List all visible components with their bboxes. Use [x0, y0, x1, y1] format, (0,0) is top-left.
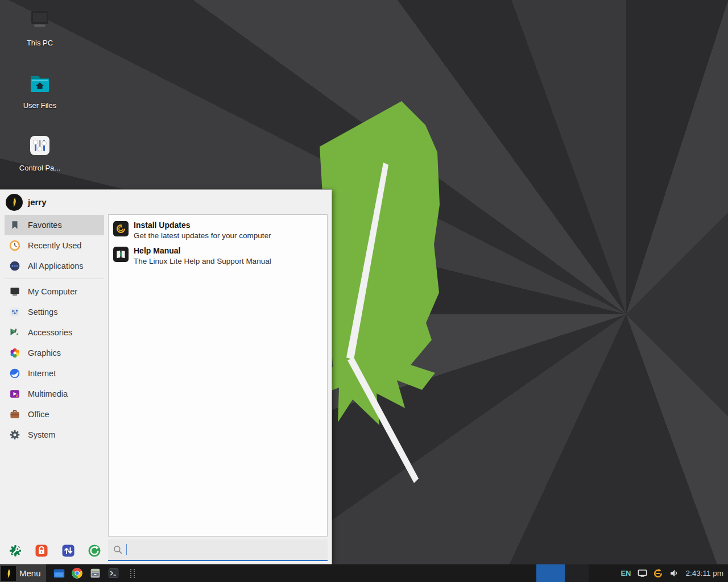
sidebar-separator [5, 278, 104, 279]
volume-icon[interactable] [668, 568, 680, 579]
file-manager-icon[interactable] [53, 567, 65, 580]
window-list-handle[interactable] [130, 569, 135, 578]
desktop-icon-list: This PC User Files Control Pa... [6, 7, 74, 194]
sidebar-item-internet[interactable]: Internet [5, 363, 104, 384]
monitor-icon [9, 285, 21, 298]
system-tray [636, 568, 680, 579]
sidebar-item-label: All Applications [28, 261, 84, 271]
menu-header: jerry [0, 190, 332, 214]
color-wheel-icon [9, 347, 21, 359]
workspace-pager [536, 564, 589, 582]
menu-item-list: Install Updates Get the latest updates f… [108, 214, 328, 537]
home-folder-icon [26, 69, 53, 97]
category-label: System [28, 430, 55, 439]
switch-user-icon [61, 544, 75, 558]
chrome-icon[interactable] [71, 567, 84, 580]
category-label: Internet [28, 369, 56, 378]
sidebar-item-all-applications[interactable]: All Applications [5, 256, 104, 276]
clock-icon [9, 239, 21, 252]
desktop-icon-label: This PC [27, 39, 53, 47]
switch-user-button[interactable] [61, 543, 76, 558]
desktop-icon-this-pc[interactable]: This PC [6, 7, 74, 61]
sidebar-item-favorites[interactable]: Favorites [5, 215, 104, 235]
sidebar-item-label: Favorites [28, 221, 62, 230]
computer-icon [26, 7, 53, 34]
desktop-icon-label: User Files [23, 101, 57, 110]
sliders-icon [9, 306, 21, 318]
username-label: jerry [28, 197, 47, 207]
clock[interactable]: 2:43:11 pm [685, 569, 723, 577]
sidebar-item-accessories[interactable]: Accessories [5, 322, 104, 343]
user-avatar[interactable] [6, 194, 23, 211]
workspace-1-active[interactable] [536, 564, 565, 582]
lock-screen-button[interactable] [34, 543, 49, 558]
search-input[interactable] [127, 545, 323, 554]
menu-item-title: Help Manual [134, 246, 271, 256]
lock-icon [35, 544, 48, 558]
category-label: Accessories [28, 328, 72, 337]
category-label: Settings [28, 307, 57, 317]
settings-manager-icon [9, 544, 22, 558]
menu-button[interactable]: Menu [0, 564, 46, 582]
sidebar-item-label: Recently Used [28, 241, 81, 250]
menu-item-subtitle: Get the latest updates for your computer [134, 231, 271, 241]
utilities-icon [9, 326, 21, 339]
sidebar-item-settings[interactable]: Settings [5, 302, 104, 322]
updates-icon [113, 221, 129, 236]
category-label: My Computer [28, 287, 77, 296]
help-book-icon [113, 247, 129, 262]
menu-search [108, 539, 328, 561]
search-icon [113, 544, 123, 555]
sidebar-item-system[interactable]: System [5, 425, 104, 445]
taskbar: Menu [0, 564, 728, 582]
update-notifier-icon[interactable] [652, 568, 664, 579]
sidebar-item-recently-used[interactable]: Recently Used [5, 235, 104, 256]
archive-manager-icon[interactable] [89, 567, 102, 580]
globe-icon [9, 367, 21, 380]
control-panel-icon [26, 132, 53, 159]
display-icon[interactable] [636, 568, 648, 579]
keyboard-layout-indicator[interactable]: EN [621, 569, 631, 577]
category-label: Multimedia [28, 389, 68, 398]
sidebar-item-office[interactable]: Office [5, 404, 104, 425]
media-play-icon [9, 388, 21, 400]
menu-sidebar: Favorites Recently Used All [5, 215, 104, 445]
gear-icon [9, 429, 21, 441]
menu-item-subtitle: The Linux Lite Help and Support Manual [134, 256, 271, 267]
category-label: Graphics [28, 348, 61, 357]
sidebar-item-multimedia[interactable]: Multimedia [5, 384, 104, 404]
application-menu: jerry Favorites Recently Used [0, 189, 332, 564]
sidebar-item-graphics[interactable]: Graphics [5, 343, 104, 363]
quit-restart-icon [88, 544, 101, 558]
taskbar-right: EN 2:43:11 pm [536, 564, 728, 582]
sidebar-item-my-computer[interactable]: My Computer [5, 281, 104, 302]
linux-lite-feather-icon [1, 566, 16, 581]
desktop-icon-user-files[interactable]: User Files [6, 69, 74, 124]
menu-item-title: Install Updates [134, 220, 271, 231]
menu-button-label: Menu [19, 568, 41, 578]
linux-lite-feather-icon [9, 197, 19, 207]
category-label: Office [28, 410, 49, 419]
taskbar-launchers [53, 567, 135, 580]
menu-item-help-manual[interactable]: Help Manual The Linux Lite Help and Supp… [112, 243, 324, 269]
desktop-icon-label: Control Pa... [19, 164, 60, 172]
bookmark-icon [9, 219, 21, 231]
briefcase-icon [9, 408, 21, 421]
desktop-icon-control-panel[interactable]: Control Pa... [6, 132, 74, 186]
quit-button[interactable] [87, 543, 102, 558]
terminal-icon[interactable] [107, 567, 120, 580]
menu-item-install-updates[interactable]: Install Updates Get the latest updates f… [112, 218, 324, 243]
menu-action-buttons [8, 543, 102, 558]
settings-manager-button[interactable] [8, 543, 23, 558]
workspace-2[interactable] [565, 564, 589, 582]
apps-grid-icon [9, 260, 21, 272]
